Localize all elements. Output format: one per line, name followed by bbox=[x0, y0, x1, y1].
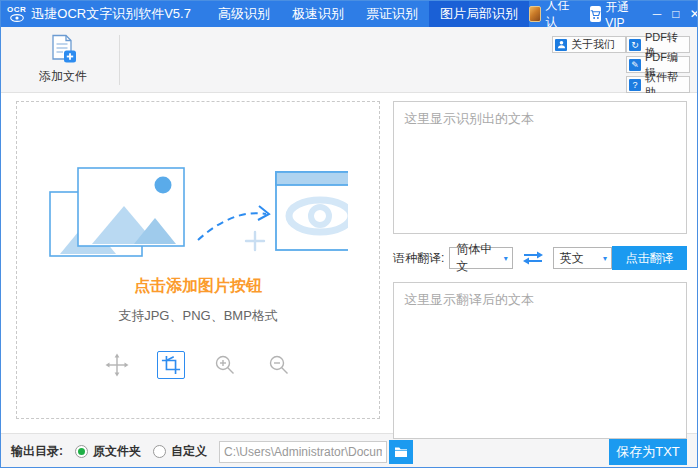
add-image-cta: 点击添加图片按钮 bbox=[134, 276, 262, 297]
upload-illustration bbox=[48, 158, 348, 262]
supported-formats: 支持JPG、PNG、BMP格式 bbox=[118, 307, 278, 325]
output-path-input[interactable] bbox=[219, 441, 387, 463]
crop-icon bbox=[161, 355, 181, 375]
radio-custom-folder-label[interactable]: 自定义 bbox=[171, 443, 207, 460]
source-language-value: 简体中文 bbox=[456, 241, 503, 275]
target-language-value: 英文 bbox=[560, 250, 584, 267]
translate-button[interactable]: 点击翻译 bbox=[612, 246, 687, 270]
tab-partial-image-ocr[interactable]: 图片局部识别 bbox=[429, 1, 529, 27]
target-language-select[interactable]: 英文 ▾ bbox=[553, 247, 612, 269]
ocr-result-textarea[interactable] bbox=[393, 101, 687, 234]
source-language-select[interactable]: 简体中文 ▾ bbox=[449, 247, 512, 269]
chevron-down-icon: ▾ bbox=[603, 254, 607, 263]
toolbar-divider bbox=[119, 35, 120, 85]
tab-bar: 高级识别 极速识别 票证识别 图片局部识别 bbox=[207, 1, 529, 27]
translate-row: 语种翻译: 简体中文 ▾ 英文 ▾ 点击翻译 bbox=[393, 246, 687, 270]
swap-arrows-icon bbox=[522, 251, 544, 265]
question-icon: ? bbox=[629, 79, 641, 91]
side-button-stack: ↻ PDF转换 ✎ PDF编辑 ? 软件帮助 bbox=[626, 36, 690, 93]
image-tools bbox=[103, 351, 293, 379]
add-file-label: 添加文件 bbox=[39, 68, 87, 85]
radio-custom-folder[interactable] bbox=[153, 445, 166, 458]
vip-label: 开通VIP bbox=[605, 0, 633, 30]
zoom-out-icon bbox=[268, 354, 290, 376]
app-window: OCR 迅捷OCR文字识别软件V5.7 高级识别 极速识别 票证识别 图片局部识… bbox=[0, 0, 698, 468]
browse-folder-button[interactable] bbox=[389, 440, 413, 464]
folder-icon bbox=[394, 446, 408, 458]
logo-ocr-text: OCR bbox=[7, 6, 26, 14]
crop-tool-button[interactable] bbox=[157, 351, 185, 379]
radio-original-folder[interactable] bbox=[75, 445, 88, 458]
tab-advanced-ocr[interactable]: 高级识别 bbox=[207, 1, 281, 27]
convert-icon: ↻ bbox=[629, 39, 641, 51]
translated-result-textarea[interactable] bbox=[393, 282, 687, 439]
cart-icon bbox=[590, 6, 601, 22]
maximize-button[interactable]: □ bbox=[668, 1, 683, 27]
move-tool-button[interactable] bbox=[103, 351, 131, 379]
minimize-button[interactable]: ─ bbox=[649, 1, 664, 27]
pencil-icon: ✎ bbox=[629, 59, 641, 71]
translate-label: 语种翻译: bbox=[393, 250, 444, 267]
app-logo-icon: OCR bbox=[7, 6, 26, 22]
titlebar: OCR 迅捷OCR文字识别软件V5.7 高级识别 极速识别 票证识别 图片局部识… bbox=[1, 1, 697, 27]
save-as-txt-button[interactable]: 保存为TXT bbox=[609, 438, 687, 465]
chevron-down-icon: ▾ bbox=[504, 254, 508, 263]
swap-languages-button[interactable] bbox=[522, 251, 544, 265]
tab-ticket-ocr[interactable]: 票证识别 bbox=[355, 1, 429, 27]
zoom-out-button[interactable] bbox=[265, 351, 293, 379]
zoom-in-icon bbox=[214, 354, 236, 376]
app-title: 迅捷OCR文字识别软件V5.7 bbox=[31, 5, 191, 23]
open-vip-button[interactable]: 开通VIP bbox=[590, 0, 649, 30]
toolbar: 添加文件 关于我们 ↻ PDF转换 ✎ PDF编辑 ? 软件 bbox=[1, 27, 697, 93]
about-us-button[interactable]: 关于我们 bbox=[552, 36, 626, 53]
add-file-button[interactable]: 添加文件 bbox=[21, 34, 105, 85]
close-button[interactable]: ✕ bbox=[687, 1, 698, 27]
radio-original-folder-label[interactable]: 原文件夹 bbox=[93, 443, 141, 460]
zoom-in-button[interactable] bbox=[211, 351, 239, 379]
result-panel: 语种翻译: 简体中文 ▾ 英文 ▾ 点击翻译 bbox=[393, 101, 687, 439]
user-avatar[interactable] bbox=[529, 6, 541, 22]
move-icon bbox=[105, 353, 129, 377]
output-dir-label: 输出目录: bbox=[11, 443, 63, 460]
image-dropzone[interactable]: 点击添加图片按钮 支持JPG、PNG、BMP格式 bbox=[16, 101, 380, 419]
person-icon bbox=[555, 39, 567, 51]
software-help-button[interactable]: ? 软件帮助 bbox=[626, 76, 690, 93]
tab-fast-ocr[interactable]: 极速识别 bbox=[281, 1, 355, 27]
about-us-label: 关于我们 bbox=[571, 37, 615, 52]
eye-icon bbox=[10, 14, 24, 22]
main-area: 点击添加图片按钮 支持JPG、PNG、BMP格式 bbox=[1, 93, 697, 433]
add-file-icon bbox=[49, 34, 77, 64]
